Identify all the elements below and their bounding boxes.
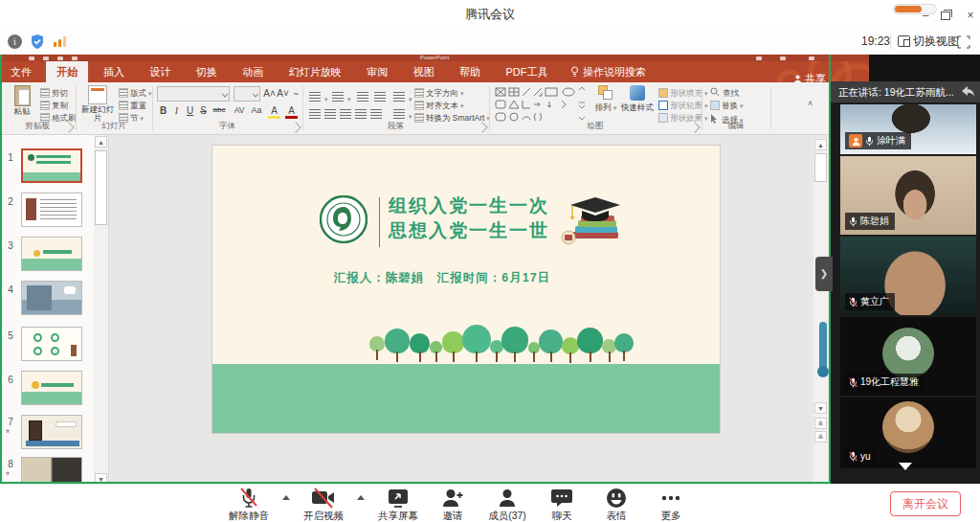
- replace-button[interactable]: 替换 ▾: [710, 101, 743, 112]
- tab-design[interactable]: 设计: [139, 61, 181, 82]
- fullscreen-icon[interactable]: [957, 35, 970, 53]
- meeting-info-icon[interactable]: i: [8, 34, 22, 49]
- line-spacing-button[interactable]: ▾: [393, 88, 412, 105]
- shape-fill-button[interactable]: 形状填充 ▾: [658, 88, 707, 100]
- font-name-combo[interactable]: [157, 86, 230, 102]
- reset-button[interactable]: 重置: [119, 101, 146, 112]
- new-slide-button[interactable]: 新建幻灯片: [80, 85, 115, 123]
- tell-me-search[interactable]: 操作说明搜索: [563, 61, 654, 82]
- scroll-down-button[interactable]: ▼: [95, 473, 107, 484]
- font-size-combo[interactable]: [234, 86, 260, 102]
- slide-thumbnail-3[interactable]: [21, 237, 82, 271]
- find-button[interactable]: 查找: [710, 87, 739, 100]
- mic-options-caret[interactable]: [282, 495, 290, 500]
- slide-thumbnail-8[interactable]: [21, 457, 82, 484]
- slide-thumbnail-2[interactable]: [21, 193, 82, 227]
- participant-video-2[interactable]: 陈碧娟: [840, 156, 976, 235]
- participant-video-4[interactable]: 19化工程慧雅: [840, 317, 976, 396]
- thumbnail-scrollbar[interactable]: ▲ ▼: [94, 135, 108, 484]
- bold-button[interactable]: B: [157, 105, 169, 116]
- window-title: 腾讯会议: [0, 0, 980, 29]
- tab-review[interactable]: 审阅: [356, 61, 398, 82]
- tab-pdf-tools[interactable]: PDF工具: [496, 61, 559, 82]
- ppt-restore-icon[interactable]: [780, 57, 786, 60]
- minimize-button[interactable]: –: [917, 8, 934, 23]
- participant-name: 19化工程慧雅: [860, 375, 919, 389]
- bullets-button[interactable]: ▾: [309, 88, 328, 105]
- scroll-more-participants[interactable]: [899, 463, 912, 470]
- ppt-close-icon[interactable]: [809, 57, 814, 60]
- close-button[interactable]: ×: [962, 8, 979, 23]
- tab-view[interactable]: 视图: [403, 61, 445, 82]
- previous-slide-button[interactable]: ≛: [814, 418, 827, 429]
- tab-help[interactable]: 帮助: [449, 61, 491, 82]
- tab-slideshow[interactable]: 幻灯片放映: [278, 61, 352, 82]
- tab-home[interactable]: 开始: [46, 61, 88, 82]
- align-text-button[interactable]: 对齐文本 ▾: [414, 101, 463, 112]
- slide-thumbnail-1[interactable]: [21, 148, 82, 183]
- leave-meeting-button[interactable]: 离开会议: [890, 491, 961, 516]
- decrease-indent-button[interactable]: [357, 88, 372, 105]
- change-case-button[interactable]: Aa: [249, 105, 264, 115]
- scrollbar-thumb[interactable]: [814, 153, 827, 182]
- strikethrough-button[interactable]: S: [197, 105, 210, 116]
- invite-button[interactable]: 邀请: [432, 488, 474, 522]
- more-button[interactable]: 更多: [650, 488, 692, 522]
- invite-icon: [441, 488, 464, 509]
- scroll-up-button[interactable]: ▲: [814, 139, 827, 150]
- paste-button[interactable]: 粘贴: [8, 85, 36, 116]
- ppt-minimize-icon[interactable]: [756, 57, 762, 60]
- clear-format-button[interactable]: ⌁: [290, 88, 302, 99]
- scrollbar-thumb[interactable]: [95, 150, 107, 225]
- emoji-button[interactable]: 表情: [595, 488, 637, 522]
- tab-insert[interactable]: 插入: [93, 61, 135, 82]
- start-video-button[interactable]: 开启视频: [302, 488, 345, 522]
- chat-button[interactable]: 聊天: [541, 488, 583, 522]
- font-color-button[interactable]: A: [285, 105, 298, 119]
- tab-transitions[interactable]: 切换: [186, 61, 228, 82]
- layout-button[interactable]: 版式 ▾: [119, 88, 151, 100]
- numbering-button[interactable]: ▾: [332, 88, 351, 105]
- share-screen-button[interactable]: 共享屏幕: [377, 488, 419, 522]
- text-direction-button[interactable]: 文字方向 ▾: [414, 88, 463, 100]
- unmute-button[interactable]: 解除静音: [228, 488, 270, 522]
- shape-gallery[interactable]: [495, 87, 590, 122]
- video-options-caret[interactable]: [357, 495, 365, 500]
- highlight-color-button[interactable]: A: [268, 105, 280, 119]
- group-label-font: 字体: [153, 121, 301, 132]
- scroll-down-button[interactable]: ▼: [814, 402, 827, 414]
- participant-video-1[interactable]: 涂叶满: [840, 104, 976, 154]
- restore-button[interactable]: [941, 11, 950, 20]
- slide-thumbnail-4[interactable]: [21, 281, 82, 315]
- members-button[interactable]: 成员(37): [486, 488, 528, 522]
- slide-scrollbar[interactable]: ▲ ▼ ≛ ≙: [813, 138, 828, 483]
- slide-thumbnail-7[interactable]: [21, 415, 82, 449]
- underline-button[interactable]: U: [184, 105, 196, 116]
- slide-canvas[interactable]: 组织入党一生一次 思想入党一生一世: [212, 146, 720, 433]
- security-shield-icon[interactable]: [30, 34, 45, 54]
- char-spacing-button[interactable]: AV: [232, 105, 247, 115]
- arrange-button[interactable]: 排列 ▾: [593, 85, 618, 112]
- participant-video-3[interactable]: 黄立广: [840, 237, 976, 315]
- switch-view-button[interactable]: 切换视图: [898, 29, 959, 55]
- tab-animations[interactable]: 动画: [232, 61, 274, 82]
- shape-outline-button[interactable]: 形状轮廓 ▾: [658, 101, 707, 112]
- grow-font-button[interactable]: A˄: [263, 88, 276, 99]
- collapse-ribbon-chevron[interactable]: ˄: [808, 99, 813, 108]
- cut-button[interactable]: 剪切: [40, 88, 68, 100]
- italic-button[interactable]: I: [170, 105, 183, 116]
- next-slide-button[interactable]: ≙: [814, 431, 827, 443]
- copy-button[interactable]: 复制: [40, 101, 68, 112]
- scroll-up-button[interactable]: ▲: [95, 136, 107, 148]
- increase-indent-button[interactable]: [374, 88, 390, 105]
- participant-avatar: [882, 401, 934, 453]
- slide-thumbnail-6[interactable]: [21, 371, 82, 405]
- sidebar-expand-handle[interactable]: ❯: [815, 257, 833, 291]
- text-shadow-button[interactable]: abc: [211, 105, 228, 114]
- slide-thumbnail-5[interactable]: [21, 327, 82, 361]
- shrink-font-button[interactable]: A˅: [277, 88, 289, 99]
- back-arrow-icon[interactable]: [962, 86, 974, 97]
- tab-file[interactable]: 文件: [0, 61, 42, 82]
- participant-video-5[interactable]: yu: [840, 397, 976, 468]
- quick-styles-button[interactable]: 快速样式: [620, 85, 655, 112]
